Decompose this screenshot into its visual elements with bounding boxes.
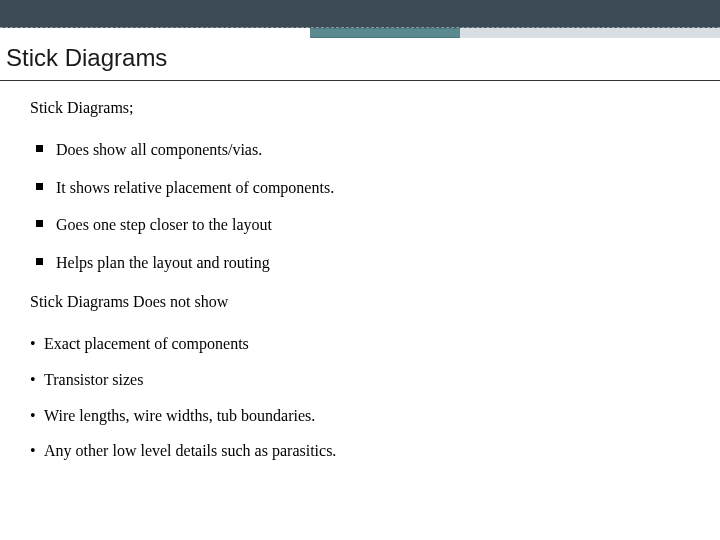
accent-gray [460,28,720,38]
list-item: Transistor sizes [30,369,690,391]
intro-text: Stick Diagrams; [30,99,690,117]
list-item: Does show all components/vias. [36,139,690,161]
accent-spacer [0,28,310,38]
list-item: Any other low level details such as para… [30,440,690,462]
slide-title: Stick Diagrams [0,38,720,80]
list-item: Exact placement of components [30,333,690,355]
does-list: Does show all components/vias. It shows … [36,139,690,273]
not-header: Stick Diagrams Does not show [30,293,690,311]
list-item: Wire lengths, wire widths, tub boundarie… [30,405,690,427]
slide-content: Stick Diagrams; Does show all components… [0,81,720,462]
header-band [0,0,720,28]
accent-row [0,28,720,38]
list-item: Goes one step closer to the layout [36,214,690,236]
list-item: It shows relative placement of component… [36,177,690,199]
not-list: Exact placement of components Transistor… [30,333,690,461]
accent-teal [310,28,460,38]
list-item: Helps plan the layout and routing [36,252,690,274]
